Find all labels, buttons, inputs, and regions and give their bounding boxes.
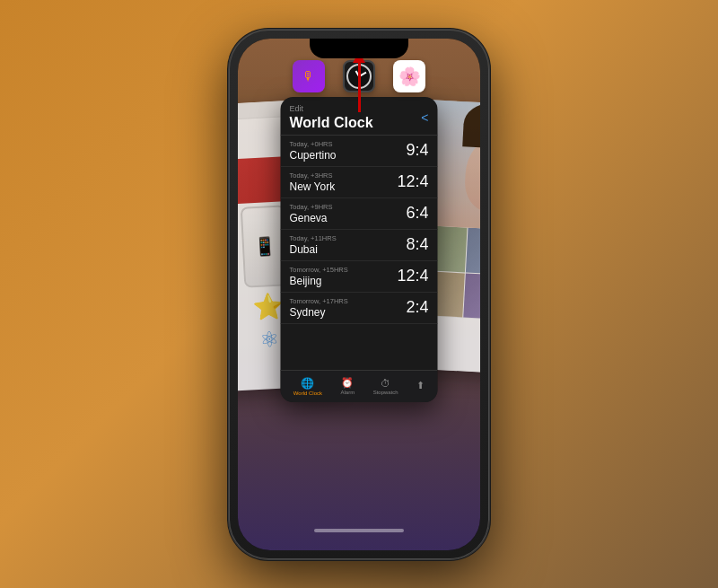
notch <box>310 39 408 58</box>
city-info: Today, +0HRS Cupertino <box>290 140 407 162</box>
red-arrow <box>353 52 365 112</box>
tab-world-clock[interactable]: 🌐 World Clock <box>293 377 322 396</box>
photo-thumb-2 <box>465 227 480 275</box>
city-info: Tomorrow, +15HRS Beijing <box>290 266 398 287</box>
photos-app-icon[interactable]: 🌸 <box>393 60 425 92</box>
card-center-clock[interactable]: Edit World Clock < Today, +0HRS Cupertin… <box>281 97 438 402</box>
face-shape <box>464 137 480 212</box>
photos-icon: 🌸 <box>398 66 421 87</box>
stopwatch-icon: ⏱ <box>381 378 390 389</box>
alarm-label: Alarm <box>341 390 355 395</box>
clock-city-list: Today, +0HRS Cupertino 9:4 Today, +3HRS … <box>281 136 438 324</box>
clock-item-new-york[interactable]: Today, +3HRS New York 12:4 <box>281 167 438 198</box>
clock-item-geneva[interactable]: Today, +9HRS Geneva 6:4 <box>281 198 438 230</box>
clock-item-cupertino[interactable]: Today, +0HRS Cupertino 9:4 <box>281 136 438 167</box>
tab-share[interactable]: ⬆ <box>416 380 425 392</box>
clock-item-sydney[interactable]: Tomorrow, +17HRS Sydney 2:4 <box>281 293 438 324</box>
world-clock-label: World Clock <box>293 391 322 396</box>
arrow-line <box>358 63 361 112</box>
city-info: Today, +3HRS New York <box>290 171 398 193</box>
phone-screen: 🎙 🌸 <box>238 39 480 550</box>
podcast-app-icon[interactable]: 🎙 <box>293 60 325 92</box>
clock-tabbar: 🌐 World Clock ⏰ Alarm ⏱ Stopwatch ⬆ <box>281 370 438 402</box>
share-icon: ⬆ <box>416 380 425 391</box>
tab-stopwatch[interactable]: ⏱ Stopwatch <box>373 378 398 395</box>
alarm-icon: ⏰ <box>341 377 354 389</box>
clock-back-button[interactable]: < <box>421 110 428 125</box>
clock-item-dubai[interactable]: Today, +11HRS Dubai 8:4 <box>281 230 438 261</box>
city-info: Tomorrow, +17HRS Sydney <box>290 297 407 319</box>
hair <box>462 101 480 149</box>
clock-title: World Clock <box>290 115 373 131</box>
cards-container: Colle Wha G iOS 📱 ⭐ ⚛ S <box>238 92 480 496</box>
home-indicator <box>314 529 404 532</box>
city-info: Today, +9HRS Geneva <box>290 203 407 224</box>
clock-item-beijing[interactable]: Tomorrow, +15HRS Beijing 12:4 <box>281 261 438 293</box>
photo-thumb-4 <box>463 272 480 320</box>
tab-alarm[interactable]: ⏰ Alarm <box>341 377 355 395</box>
stopwatch-label: Stopwatch <box>373 390 398 395</box>
city-info: Today, +11HRS Dubai <box>290 234 407 256</box>
world-clock-icon: 🌐 <box>301 377 314 390</box>
podcast-icon: 🎙 <box>302 69 315 83</box>
scene: 🎙 🌸 <box>0 0 718 588</box>
phone: 🎙 🌸 <box>229 30 489 559</box>
